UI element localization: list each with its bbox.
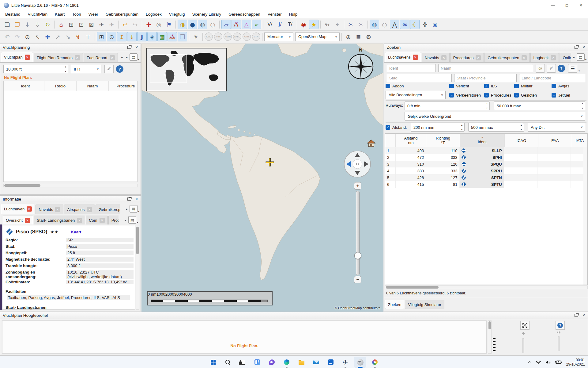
- map-style-combo[interactable]: OpenStreetMap: [295, 32, 340, 41]
- close-tab-icon[interactable]: [55, 207, 60, 212]
- menu-item[interactable]: VluchtPlan: [24, 10, 51, 18]
- undo-button[interactable]: ↶: [2, 32, 12, 41]
- map-theme-plain-toggle[interactable]: ○: [208, 20, 217, 29]
- checkbox-procedures[interactable]: Procedures: [484, 92, 511, 98]
- checkbox-verlicht[interactable]: Verlicht: [449, 83, 469, 89]
- menu-item[interactable]: Logboek: [142, 10, 165, 18]
- state-search-input[interactable]: [454, 74, 517, 82]
- tab-vluchtplan[interactable]: Vluchtplan: [1, 52, 33, 62]
- column-iata[interactable]: IATA: [572, 134, 587, 147]
- map-canvas[interactable]: N + −: [141, 44, 383, 312]
- search-zoom-toggle[interactable]: ⊙: [107, 32, 116, 41]
- ratings-combo[interactable]: Alle Beoordelingen: [386, 91, 446, 99]
- close-tab-icon[interactable]: [87, 207, 92, 212]
- menu-item[interactable]: Toon: [69, 10, 84, 18]
- column-ident[interactable]: ^Ident: [460, 134, 505, 147]
- show-in-search-button[interactable]: ◎: [154, 20, 164, 29]
- show-globe-detail-toggle[interactable]: ◍: [370, 20, 379, 29]
- reload-aircraft-button[interactable]: ↻: [43, 20, 52, 29]
- profile-plot-area[interactable]: No Flight Plan.: [2, 320, 487, 354]
- tab-menu-icon[interactable]: ▤: [130, 53, 138, 61]
- open-flightplan-button[interactable]: ❐: [13, 20, 22, 29]
- reset-search-icon[interactable]: ⊙: [536, 64, 545, 73]
- rstr-airspace-toggle[interactable]: RSTR: [224, 33, 232, 41]
- add-logbook-entry-button[interactable]: ⚑: [164, 20, 174, 29]
- center-flightplan-button[interactable]: ⊞: [66, 20, 76, 29]
- route-reverse-button[interactable]: ↯: [73, 32, 83, 41]
- aircraft-trail-button[interactable]: ✈: [107, 20, 116, 29]
- clear-search-icon[interactable]: ✐: [547, 64, 556, 73]
- tab-gebruikerspunten-info[interactable]: Gebruikerspunten: [96, 205, 120, 214]
- show-highlights-toggle[interactable]: ★: [309, 20, 318, 29]
- tab-gebruikerspunten-search[interactable]: Gebruikerspunten: [484, 53, 530, 62]
- close-panel-icon[interactable]: ✕: [581, 313, 586, 318]
- tab-scroll-right-icon[interactable]: ▸: [125, 54, 129, 60]
- show-tracks-toggle[interactable]: T/: [285, 20, 295, 29]
- map-forward-button[interactable]: ↪: [130, 20, 140, 29]
- close-tab-icon[interactable]: [441, 55, 447, 60]
- tab-procedures-info[interactable]: Procedures: [108, 216, 119, 224]
- map-theme-day-toggle[interactable]: ◑: [178, 20, 187, 29]
- tab-overzicht[interactable]: Overzicht: [3, 216, 33, 224]
- tab-luchthaven-info[interactable]: Luchthaven: [1, 204, 35, 214]
- menu-item[interactable]: Bestand: [2, 10, 24, 18]
- map-theme-night-toggle[interactable]: ●: [188, 20, 197, 29]
- tab-scroll-right-icon[interactable]: ▸: [572, 54, 576, 60]
- tab-online-search[interactable]: Online: [560, 53, 571, 62]
- zoom-details-button[interactable]: ⊕: [344, 32, 353, 41]
- tab-com[interactable]: Com: [86, 216, 107, 224]
- cruise-altitude-spinbox[interactable]: 10.000 ft: [3, 65, 68, 73]
- airport-result-row[interactable]: 1 493 110 SLLP: [385, 147, 587, 154]
- battery-charging-icon[interactable]: [555, 360, 562, 364]
- menu-item[interactable]: Venster: [264, 10, 285, 18]
- show-sun-shading-toggle[interactable]: ☾: [410, 20, 420, 29]
- airport-result-row[interactable]: 5 428 127 SPTN: [385, 174, 587, 181]
- goto-home-button[interactable]: ⌂: [56, 20, 66, 29]
- map-back-button[interactable]: ↩: [120, 20, 130, 29]
- tab-menu-icon[interactable]: ▤: [128, 216, 136, 224]
- window-zoom-toggle[interactable]: ⊞: [97, 32, 106, 41]
- copy-track-button[interactable]: ✂: [356, 20, 366, 29]
- checkbox-ils[interactable]: ILS: [484, 83, 497, 89]
- center-aircraft-button[interactable]: ✈: [97, 20, 106, 29]
- help-icon[interactable]: [116, 65, 123, 73]
- route-leg-down-button[interactable]: ↘: [63, 32, 73, 41]
- tab-procedures-search[interactable]: Procedures: [450, 53, 484, 62]
- show-hillshading-toggle[interactable]: ⋀: [390, 20, 399, 29]
- route-select-button[interactable]: ↖: [33, 32, 42, 41]
- close-tab-icon[interactable]: [522, 55, 527, 60]
- spec-airspace-toggle[interactable]: SPEC: [233, 33, 241, 41]
- mail-button[interactable]: [310, 357, 322, 368]
- show-navaids-toggle[interactable]: ➢: [252, 20, 261, 29]
- tab-fuel-report[interactable]: Fuel Report: [84, 53, 118, 62]
- close-tab-icon[interactable]: [551, 55, 556, 60]
- close-tab-icon[interactable]: [110, 55, 115, 60]
- column-afstand[interactable]: Afstandnm: [396, 134, 426, 147]
- fir-airspace-toggle[interactable]: FIR: [214, 33, 222, 41]
- direction-combo[interactable]: Any Dir.: [528, 123, 585, 132]
- cut-track-button[interactable]: ✂: [346, 20, 356, 29]
- close-tab-icon[interactable]: [413, 55, 418, 60]
- clock-app-button[interactable]: [325, 357, 337, 368]
- map-attribution[interactable]: © OpenStreetMap contributors: [335, 306, 380, 310]
- jump-previous-toggle[interactable]: ↥: [117, 32, 126, 41]
- runway-max-spinbox[interactable]: 50.000 ft max: [494, 102, 585, 110]
- results-vscrollbar[interactable]: [583, 147, 587, 285]
- checkbox-jetfuel[interactable]: Jetfuel: [552, 92, 570, 98]
- results-hscrollbar[interactable]: [385, 286, 588, 289]
- ctr-airspace-toggle[interactable]: CTR: [252, 33, 260, 41]
- surface-combo[interactable]: Gelijk welke Ondergrond: [405, 112, 585, 121]
- add-route-position-button[interactable]: ✚: [43, 32, 52, 41]
- column-icao[interactable]: ICAO: [505, 134, 538, 147]
- airport-result-row[interactable]: 4 383 333 SPRU: [385, 167, 587, 174]
- chat-button[interactable]: [266, 357, 278, 368]
- menu-item[interactable]: Vliegtuig: [166, 10, 188, 18]
- clear-highlights-button[interactable]: ⊠: [87, 20, 96, 29]
- column-header[interactable]: Regio: [44, 81, 77, 91]
- vertical-zoom-slider[interactable]: [522, 338, 524, 353]
- airport-result-row[interactable]: 3 310 120 SPQU: [385, 161, 587, 167]
- close-panel-icon[interactable]: ✕: [581, 45, 586, 50]
- map-theme-shaded-toggle[interactable]: ◍: [198, 20, 207, 29]
- jet-airway-layer-toggle[interactable]: J: [137, 32, 147, 41]
- compass-rose-toggle[interactable]: ✴: [191, 32, 201, 41]
